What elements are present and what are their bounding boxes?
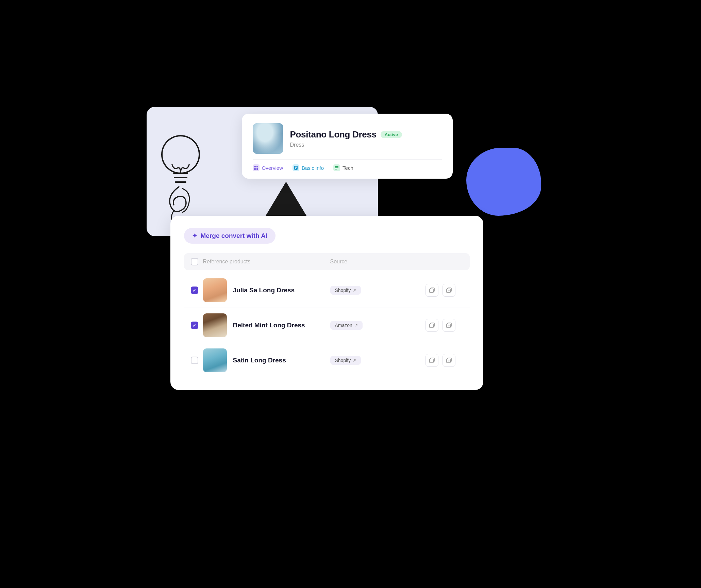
header-source: Source: [330, 259, 425, 265]
svg-rect-7: [256, 168, 258, 170]
row-3-source: Shopify ↗: [330, 356, 425, 365]
row-1-import-button[interactable]: [443, 284, 455, 297]
row-3-import-button[interactable]: [443, 354, 455, 367]
row-2-image: [203, 313, 227, 337]
merge-convert-button[interactable]: ✦ Merge convert with AI: [184, 228, 276, 244]
row-3-external-link-icon: ↗: [353, 358, 356, 363]
row-3-checkbox[interactable]: [191, 357, 198, 364]
merge-button-label: Merge convert with AI: [201, 232, 268, 240]
product-card: Positano Long Dress Active Dress Overvie…: [242, 114, 453, 179]
main-panel: ✦ Merge convert with AI Reference produc…: [170, 216, 483, 390]
row-1-source-label: Shopify: [335, 288, 351, 293]
row-2-external-link-icon: ↗: [354, 323, 358, 328]
tab-basic-label: Basic info: [302, 165, 324, 171]
row-3-copy-button[interactable]: [425, 354, 438, 367]
tab-basic-info[interactable]: Basic info: [293, 164, 324, 172]
row-3-source-label: Shopify: [335, 358, 351, 363]
merge-icon: ✦: [192, 232, 197, 240]
product-header: Positano Long Dress Active Dress: [253, 123, 442, 154]
svg-point-0: [162, 136, 199, 173]
row-2-checkbox[interactable]: [191, 322, 198, 329]
svg-rect-4: [254, 166, 256, 167]
header-reference-products: Reference products: [203, 259, 330, 265]
tab-icon-tech: [333, 164, 340, 171]
row-1-image: [203, 278, 227, 302]
tab-overview-label: Overview: [262, 165, 283, 171]
select-all-checkbox[interactable]: [191, 258, 198, 265]
tab-icon-overview: [253, 164, 260, 171]
table-row: Belted Mint Long Dress Amazon ↗: [184, 308, 470, 343]
svg-rect-5: [256, 166, 258, 167]
row-1-check: [191, 287, 203, 294]
row-3-source-badge[interactable]: Shopify ↗: [330, 356, 361, 365]
row-1-source: Shopify ↗: [330, 286, 425, 295]
table-row: Satin Long Dress Shopify ↗: [184, 343, 470, 378]
row-2-source-label: Amazon: [335, 323, 352, 328]
tab-tech[interactable]: Tech: [333, 164, 353, 172]
tab-icon-basic: [293, 164, 299, 171]
svg-rect-12: [430, 289, 433, 293]
row-1-name: Julia Sa Long Dress: [233, 287, 330, 294]
row-2-actions: [425, 319, 463, 332]
row-1-source-badge[interactable]: Shopify ↗: [330, 286, 361, 295]
product-category: Dress: [290, 142, 442, 148]
product-name: Positano Long Dress: [290, 129, 377, 140]
row-1-actions: [425, 284, 463, 297]
row-3-actions: [425, 354, 463, 367]
row-3-image: [203, 348, 227, 372]
table-header: Reference products Source: [184, 253, 470, 270]
tab-overview[interactable]: Overview: [253, 164, 283, 172]
scene: Positano Long Dress Active Dress Overvie…: [147, 107, 555, 481]
row-2-import-button[interactable]: [443, 319, 455, 332]
svg-rect-16: [430, 359, 433, 363]
header-checkbox-area: [191, 258, 203, 265]
row-2-check: [191, 322, 203, 329]
row-2-source: Amazon ↗: [330, 321, 425, 330]
table-row: Julia Sa Long Dress Shopify ↗: [184, 273, 470, 308]
product-title-area: Positano Long Dress Active Dress: [290, 129, 442, 148]
bg-decoration-blob: [466, 148, 541, 216]
doodle-lightbulb: [153, 120, 208, 229]
product-image: [253, 123, 283, 154]
tab-tech-label: Tech: [343, 165, 353, 171]
product-name-row: Positano Long Dress Active: [290, 129, 442, 140]
row-2-name: Belted Mint Long Dress: [233, 322, 330, 329]
product-tabs: Overview Basic info Tech: [253, 159, 442, 172]
row-2-source-badge[interactable]: Amazon ↗: [330, 321, 363, 330]
svg-rect-6: [254, 168, 256, 170]
row-1-copy-button[interactable]: [425, 284, 438, 297]
row-1-external-link-icon: ↗: [353, 288, 356, 293]
row-1-checkbox[interactable]: [191, 287, 198, 294]
status-badge: Active: [381, 131, 402, 138]
row-3-check: [191, 357, 203, 364]
row-2-copy-button[interactable]: [425, 319, 438, 332]
svg-rect-14: [430, 324, 433, 328]
row-3-name: Satin Long Dress: [233, 357, 330, 364]
